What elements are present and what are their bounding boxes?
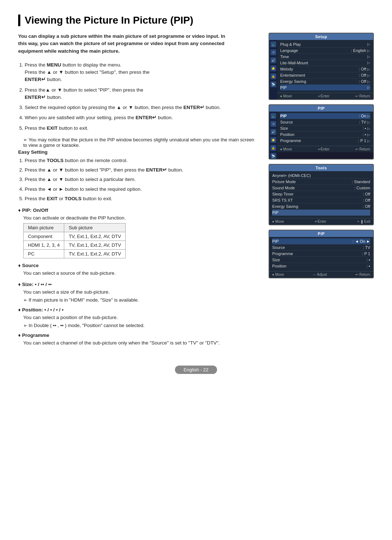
pip-sidebar-icon-4: ⭐ xyxy=(270,137,276,143)
pip-row-pip: PIP: On xyxy=(280,113,370,119)
cell-component: Component xyxy=(24,232,64,241)
pip-rows: PIP: On Source: TV Size: ▪ Position: ▪ xyxy=(277,112,373,146)
step-2: Press the▲ or ▼ button to select "PIP", … xyxy=(25,86,258,101)
cell-pc-sub: TV, Ext.1, Ext.2, AV, DTV xyxy=(64,250,126,258)
pip-screen-body: 📺 ⚙ 🔊 ⭐ 🔒 📡 PIP: On Source: TV xyxy=(269,112,373,159)
sidebar-icon-6: 📡 xyxy=(270,81,276,87)
size-section: Size: ▪ / ▪▪ / ▪▪ You can select a size … xyxy=(18,282,258,303)
programme-title: Programme xyxy=(18,333,258,338)
tools-row-pip: PiP xyxy=(272,210,370,216)
pip-sidebar: 📺 ⚙ 🔊 ⭐ 🔒 📡 xyxy=(269,112,277,159)
sidebar-icon-3: 🔊 xyxy=(270,57,276,63)
pip-row-source: Source: TV xyxy=(280,119,370,125)
right-column: Setup 📺 ⚙ 🔊 ⭐ 🔒 📡 Plug & Play xyxy=(269,33,374,279)
tools-footer-exit: + ❚ Exit xyxy=(357,219,370,223)
col-sub-picture: Sub picture xyxy=(64,223,126,232)
main-layout: You can display a sub picture within the… xyxy=(18,33,374,351)
easy-step-5: Press the EXIT or TOOLS button to exit. xyxy=(25,195,258,202)
pip-screen-title: PIP xyxy=(269,105,373,112)
tools-screen: Tools Anynet+ (HDMI-CEC) Picture Mode: S… xyxy=(269,164,374,225)
setup-row-wallmount: Lite-Wall-Mount xyxy=(280,60,370,66)
pip2-footer: ♦ Move ↔ Adjust ↩ Return xyxy=(269,271,373,278)
setup-row-entertainment: Entertainment: Off xyxy=(280,72,370,78)
easy-setting-section: Easy Setting Press the TOOLS button on t… xyxy=(18,149,258,202)
pip2-row-position: Position : ▪ xyxy=(272,263,370,269)
setup-row-pip: PIP xyxy=(280,85,370,90)
pip-footer-return: ↩ Return xyxy=(355,147,370,151)
size-body: You can select a size of the sub-picture… xyxy=(23,289,258,296)
pip-sidebar-icon-3: 🔊 xyxy=(270,129,276,135)
setup-screen-title: Setup xyxy=(269,33,373,40)
pip-row-size: Size: ▪ xyxy=(280,125,370,132)
note-1: You may notice that the picture in the P… xyxy=(23,137,258,148)
pip-row-programme: Programme: P 1 xyxy=(280,138,370,144)
page-footer: English - 22 xyxy=(18,366,374,374)
setup-footer-enter: ↵Enter xyxy=(318,94,330,98)
source-section: Source You can select a source of the su… xyxy=(18,263,258,277)
cell-hdmi: HDMI 1, 2, 3, 4 xyxy=(24,241,64,250)
tools-row-sleep: Sleep Timer: Off xyxy=(272,191,370,197)
pip-onoff-body: You can activate or deactivate the PIP f… xyxy=(23,214,258,222)
setup-screen-body: 📺 ⚙ 🔊 ⭐ 🔒 📡 Plug & Play Language: Englis… xyxy=(269,40,373,99)
sidebar-icon-2: ⚙ xyxy=(270,49,276,55)
pip-sidebar-icon-6: 📡 xyxy=(270,153,276,159)
easy-step-3: Press the ▲ or ▼ button to select a part… xyxy=(25,176,258,183)
programme-body: You can select a channel of the sub-pict… xyxy=(23,339,258,347)
setup-footer-move: ♦ Move xyxy=(280,94,292,98)
position-note: In Double ( ▪▪ , ▪▪ ) mode, "Position" c… xyxy=(23,323,258,328)
pip-row-position: Position: ▪ xyxy=(280,132,370,138)
cell-hdmi-sub: TV, Ext.1, Ext.2, AV, DTV xyxy=(64,241,126,250)
cell-pc: PC xyxy=(24,250,64,258)
position-body: You can select a position of the sub-pic… xyxy=(23,314,258,321)
pip2-body: PIP : ◄ On ► Source : TV Programme : P 1… xyxy=(269,237,373,271)
footer-badge: English - 22 xyxy=(175,366,217,374)
easy-setting-steps: Press the TOOLS button on the remote con… xyxy=(18,157,258,202)
pip2-row-programme: Programme : P 1 xyxy=(272,251,370,257)
size-title: Size: ▪ / ▪▪ / ▪▪ xyxy=(18,282,258,287)
pip-footer-enter: ↵Enter xyxy=(318,147,330,151)
position-section: Position: ▪ / ▪ / ▪ / ▪ You can select a… xyxy=(18,307,258,328)
pip-content: PIP: On Source: TV Size: ▪ Position: ▪ xyxy=(277,112,373,159)
setup-content: Plug & Play Language: English Time Lite-… xyxy=(277,40,373,99)
tools-footer: ♦ Move ↵Enter + ❚ Exit xyxy=(269,218,373,225)
programme-section: Programme You can select a channel of th… xyxy=(18,333,258,347)
pip-screen: PIP 📺 ⚙ 🔊 ⭐ 🔒 📡 PIP: On xyxy=(269,104,374,160)
easy-step-1: Press the TOOLS button on the remote con… xyxy=(25,157,258,164)
step-5: Press the EXIT button to exit. xyxy=(25,125,258,132)
step-1: Press the MENU button to display the men… xyxy=(25,61,258,84)
setup-row-energy: Energy Saving: Off xyxy=(280,78,370,85)
intro-paragraph: You can display a sub picture within the… xyxy=(18,33,229,55)
pip2-row-size: Size : ▪ xyxy=(272,257,370,263)
cell-component-sub: TV, Ext.1, Ext.2, AV, DTV xyxy=(64,232,126,241)
setup-sidebar: 📺 ⚙ 🔊 ⭐ 🔒 📡 xyxy=(269,40,277,99)
table-row: Component TV, Ext.1, Ext.2, AV, DTV xyxy=(24,232,126,241)
pip-onoff-section: PIP: On/Off You can activate or deactiva… xyxy=(18,207,258,258)
col-main-picture: Main picture xyxy=(24,223,64,232)
setup-screen: Setup 📺 ⚙ 🔊 ⭐ 🔒 📡 Plug & Play xyxy=(269,33,374,100)
setup-footer-return: ↩ Return xyxy=(355,94,370,98)
pip2-footer-return: ↩ Return xyxy=(355,273,370,277)
pip-sidebar-icon-5: 🔒 xyxy=(270,145,276,151)
setup-row-language: Language: English xyxy=(280,48,370,54)
easy-step-4: Press the ◄ or ► button to select the re… xyxy=(25,186,258,193)
source-title: Source xyxy=(18,263,258,268)
pip-footer: ♦ Move ↵Enter ↩ Return xyxy=(277,146,373,152)
page-title: Viewing the Picture In Picture (PIP) xyxy=(25,15,374,26)
tools-body: Anynet+ (HDMI-CEC) Picture Mode: Standar… xyxy=(269,171,373,218)
pip-table: Main picture Sub picture Component TV, E… xyxy=(23,223,126,258)
tools-row-picture: Picture Mode: Standard xyxy=(272,179,370,185)
table-row: HDMI 1, 2, 3, 4 TV, Ext.1, Ext.2, AV, DT… xyxy=(24,241,126,250)
sidebar-icon-4: ⭐ xyxy=(270,65,276,71)
step-3: Select the required option by pressing t… xyxy=(25,104,258,111)
setup-row-plug: Plug & Play xyxy=(280,41,370,48)
pip2-footer-adjust: ↔ Adjust xyxy=(313,273,327,277)
tools-screen-title: Tools xyxy=(269,165,373,171)
sidebar-icon-1: 📺 xyxy=(270,41,276,47)
pip2-row-pip: PIP : ◄ On ► xyxy=(272,238,370,245)
pip-onoff-title: PIP: On/Off xyxy=(18,207,258,213)
tools-footer-enter: ↵Enter xyxy=(315,219,326,223)
main-steps-list: Press the MENU button to display the men… xyxy=(18,61,258,132)
tools-footer-move: ♦ Move xyxy=(272,219,284,223)
pip2-screen: PiP PIP : ◄ On ► Source : TV Programme :… xyxy=(269,230,374,278)
tools-row-srs: SRS TS XT: Off xyxy=(272,197,370,203)
